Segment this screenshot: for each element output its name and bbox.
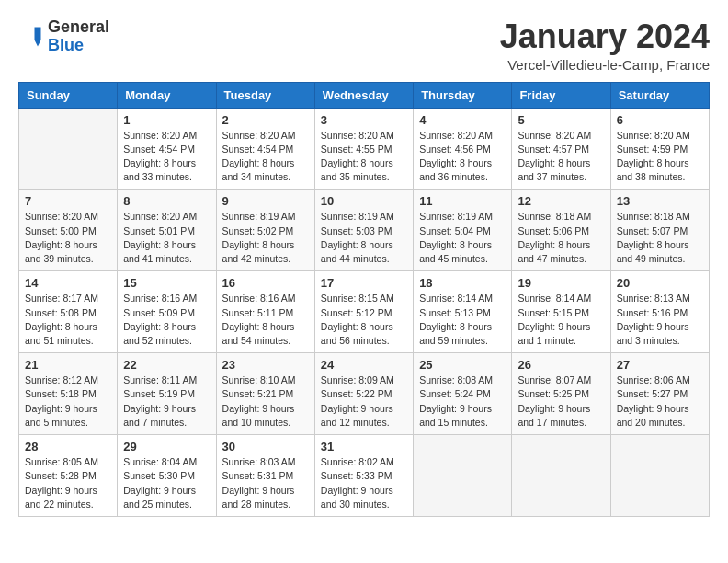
day-detail: Sunrise: 8:02 AMSunset: 5:33 PMDaylight:… (321, 455, 407, 511)
day-number: 24 (321, 358, 407, 372)
calendar-cell: 24Sunrise: 8:09 AMSunset: 5:22 PMDayligh… (314, 353, 413, 435)
day-detail: Sunrise: 8:16 AMSunset: 5:09 PMDaylight:… (123, 292, 210, 348)
day-number: 2 (222, 113, 309, 127)
day-detail: Sunrise: 8:17 AMSunset: 5:08 PMDaylight:… (25, 292, 111, 348)
day-detail: Sunrise: 8:20 AMSunset: 5:00 PMDaylight:… (25, 210, 111, 266)
calendar-cell: 15Sunrise: 8:16 AMSunset: 5:09 PMDayligh… (118, 271, 216, 353)
month-title: January 2024 (500, 18, 710, 55)
day-number: 12 (518, 194, 604, 208)
day-number: 11 (419, 194, 506, 208)
day-detail: Sunrise: 8:07 AMSunset: 5:25 PMDaylight:… (518, 373, 604, 430)
calendar-cell: 29Sunrise: 8:04 AMSunset: 5:30 PMDayligh… (118, 435, 216, 517)
day-detail: Sunrise: 8:18 AMSunset: 5:07 PMDaylight:… (617, 210, 703, 266)
title-block: January 2024 Vercel-Villedieu-le-Camp, F… (500, 18, 710, 73)
calendar-cell: 10Sunrise: 8:19 AMSunset: 5:03 PMDayligh… (314, 190, 413, 271)
logo: General Blue (18, 18, 109, 55)
day-detail: Sunrise: 8:20 AMSunset: 4:57 PMDaylight:… (518, 129, 604, 185)
header-day: Sunday (19, 82, 118, 108)
calendar-cell: 16Sunrise: 8:16 AMSunset: 5:11 PMDayligh… (216, 271, 314, 353)
day-detail: Sunrise: 8:12 AMSunset: 5:18 PMDaylight:… (25, 373, 111, 430)
day-number: 29 (123, 440, 210, 454)
calendar-cell: 31Sunrise: 8:02 AMSunset: 5:33 PMDayligh… (314, 435, 413, 517)
calendar-cell: 6Sunrise: 8:20 AMSunset: 4:59 PMDaylight… (610, 108, 709, 190)
calendar-cell: 30Sunrise: 8:03 AMSunset: 5:31 PMDayligh… (216, 435, 314, 517)
day-number: 28 (25, 440, 111, 454)
calendar-cell: 9Sunrise: 8:19 AMSunset: 5:02 PMDaylight… (216, 190, 314, 271)
calendar-cell: 7Sunrise: 8:20 AMSunset: 5:00 PMDaylight… (19, 190, 118, 271)
day-number: 9 (222, 194, 309, 208)
calendar-week-row: 14Sunrise: 8:17 AMSunset: 5:08 PMDayligh… (19, 271, 710, 353)
day-detail: Sunrise: 8:11 AMSunset: 5:19 PMDaylight:… (123, 373, 210, 430)
day-detail: Sunrise: 8:08 AMSunset: 5:24 PMDaylight:… (419, 373, 506, 430)
calendar-cell: 27Sunrise: 8:06 AMSunset: 5:27 PMDayligh… (610, 353, 709, 435)
day-number: 31 (321, 440, 407, 454)
calendar-cell: 8Sunrise: 8:20 AMSunset: 5:01 PMDaylight… (118, 190, 216, 271)
calendar-cell: 4Sunrise: 8:20 AMSunset: 4:56 PMDaylight… (414, 108, 512, 190)
day-detail: Sunrise: 8:19 AMSunset: 5:02 PMDaylight:… (222, 210, 309, 266)
calendar-week-row: 1Sunrise: 8:20 AMSunset: 4:54 PMDaylight… (19, 108, 710, 190)
day-number: 21 (25, 358, 111, 372)
day-number: 1 (123, 113, 210, 127)
logo-text: General Blue (48, 18, 109, 55)
day-number: 8 (123, 194, 210, 208)
day-detail: Sunrise: 8:06 AMSunset: 5:27 PMDaylight:… (617, 373, 703, 430)
day-detail: Sunrise: 8:13 AMSunset: 5:16 PMDaylight:… (617, 292, 703, 348)
day-detail: Sunrise: 8:16 AMSunset: 5:11 PMDaylight:… (222, 292, 309, 348)
day-detail: Sunrise: 8:19 AMSunset: 5:03 PMDaylight:… (321, 210, 407, 266)
calendar-cell: 26Sunrise: 8:07 AMSunset: 5:25 PMDayligh… (512, 353, 610, 435)
day-number: 20 (617, 276, 703, 290)
calendar-cell: 22Sunrise: 8:11 AMSunset: 5:19 PMDayligh… (118, 353, 216, 435)
day-detail: Sunrise: 8:20 AMSunset: 4:59 PMDaylight:… (617, 129, 703, 185)
calendar-cell: 5Sunrise: 8:20 AMSunset: 4:57 PMDaylight… (512, 108, 610, 190)
day-detail: Sunrise: 8:20 AMSunset: 4:54 PMDaylight:… (222, 129, 309, 185)
location: Vercel-Villedieu-le-Camp, France (500, 57, 710, 73)
header-day: Friday (512, 82, 610, 108)
day-number: 18 (419, 276, 506, 290)
day-detail: Sunrise: 8:03 AMSunset: 5:31 PMDaylight:… (222, 455, 309, 511)
day-detail: Sunrise: 8:20 AMSunset: 5:01 PMDaylight:… (123, 210, 210, 266)
calendar-cell: 13Sunrise: 8:18 AMSunset: 5:07 PMDayligh… (610, 190, 709, 271)
calendar-cell: 2Sunrise: 8:20 AMSunset: 4:54 PMDaylight… (216, 108, 314, 190)
header-day: Thursday (414, 82, 512, 108)
day-number: 27 (617, 358, 703, 372)
day-detail: Sunrise: 8:20 AMSunset: 4:54 PMDaylight:… (123, 129, 210, 185)
day-number: 7 (25, 194, 111, 208)
calendar-cell: 3Sunrise: 8:20 AMSunset: 4:55 PMDaylight… (314, 108, 413, 190)
calendar-week-row: 28Sunrise: 8:05 AMSunset: 5:28 PMDayligh… (19, 435, 710, 517)
day-detail: Sunrise: 8:09 AMSunset: 5:22 PMDaylight:… (321, 373, 407, 430)
calendar-cell (414, 435, 512, 517)
day-number: 15 (123, 276, 210, 290)
calendar-week-row: 7Sunrise: 8:20 AMSunset: 5:00 PMDaylight… (19, 190, 710, 271)
day-number: 13 (617, 194, 703, 208)
day-number: 10 (321, 194, 407, 208)
day-detail: Sunrise: 8:19 AMSunset: 5:04 PMDaylight:… (419, 210, 506, 266)
calendar-cell: 18Sunrise: 8:14 AMSunset: 5:13 PMDayligh… (414, 271, 512, 353)
day-number: 19 (518, 276, 604, 290)
day-number: 23 (222, 358, 309, 372)
day-number: 6 (617, 113, 703, 127)
day-detail: Sunrise: 8:20 AMSunset: 4:55 PMDaylight:… (321, 129, 407, 185)
day-detail: Sunrise: 8:14 AMSunset: 5:13 PMDaylight:… (419, 292, 506, 348)
header-day: Monday (118, 82, 216, 108)
day-detail: Sunrise: 8:18 AMSunset: 5:06 PMDaylight:… (518, 210, 604, 266)
day-number: 14 (25, 276, 111, 290)
calendar-week-row: 21Sunrise: 8:12 AMSunset: 5:18 PMDayligh… (19, 353, 710, 435)
logo-icon (18, 24, 44, 50)
day-number: 26 (518, 358, 604, 372)
day-detail: Sunrise: 8:04 AMSunset: 5:30 PMDaylight:… (123, 455, 210, 511)
calendar-cell: 28Sunrise: 8:05 AMSunset: 5:28 PMDayligh… (19, 435, 118, 517)
day-number: 22 (123, 358, 210, 372)
day-detail: Sunrise: 8:15 AMSunset: 5:12 PMDaylight:… (321, 292, 407, 348)
calendar-cell: 23Sunrise: 8:10 AMSunset: 5:21 PMDayligh… (216, 353, 314, 435)
header-row: SundayMondayTuesdayWednesdayThursdayFrid… (19, 82, 710, 108)
calendar-cell (610, 435, 709, 517)
day-number: 25 (419, 358, 506, 372)
day-number: 30 (222, 440, 309, 454)
page-header: General Blue January 2024 Vercel-Villedi… (18, 18, 710, 73)
calendar-cell (19, 108, 118, 190)
header-day: Saturday (610, 82, 709, 108)
calendar-cell: 11Sunrise: 8:19 AMSunset: 5:04 PMDayligh… (414, 190, 512, 271)
svg-marker-1 (35, 40, 41, 46)
calendar-body: 1Sunrise: 8:20 AMSunset: 4:54 PMDaylight… (19, 108, 710, 516)
calendar-header: SundayMondayTuesdayWednesdayThursdayFrid… (19, 82, 710, 108)
